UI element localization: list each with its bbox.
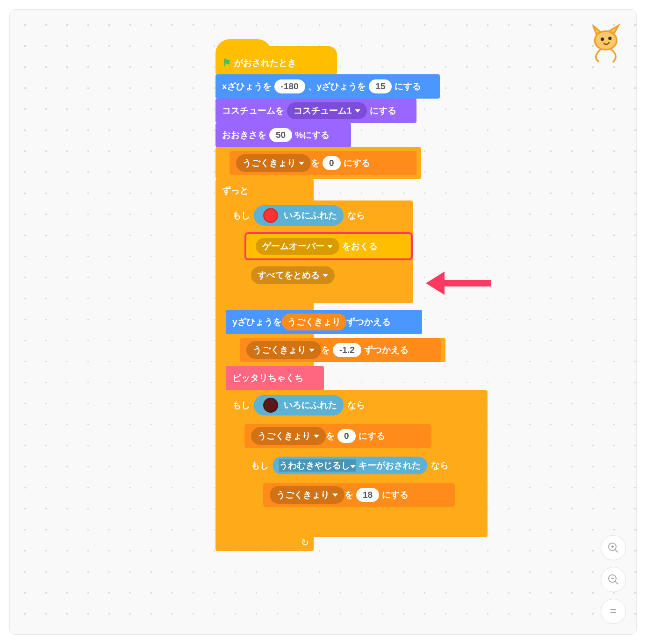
color-picker-red[interactable] [263,208,278,223]
change-y-block[interactable]: yざひょうを うごくきょり ずつかえる [226,310,422,334]
change-variable-block[interactable]: うごくきょり を -1.2 ずつかえる [240,338,441,362]
size-input[interactable]: 50 [269,128,292,142]
green-flag-icon: ⚑ [222,57,231,69]
if-block-red[interactable]: もし いろにふれた なら [226,200,413,303]
key-pressed-sensor[interactable]: うわむきやじるし キーがおされた [273,457,427,474]
variable-dropdown[interactable]: うごくきょり [236,154,311,172]
change-var-wrapper: うごくきょり を -1.2 ずつかえる [226,338,445,362]
variable-dropdown[interactable]: うごくきょり [270,486,345,504]
if-block-key[interactable]: もし うわむきやじるし キーがおされた なら [244,452,483,524]
touching-color-sensor[interactable]: いろにふれた [254,205,344,226]
switch-costume-block[interactable]: コスチュームを コスチューム1 にする [215,99,416,123]
svg-line-10 [615,581,618,584]
svg-line-6 [615,550,618,552]
svg-point-2 [608,36,611,40]
zoom-out-button[interactable] [601,567,626,592]
y-input[interactable]: 15 [369,79,392,93]
costume-dropdown[interactable]: コスチューム1 [287,102,367,119]
variable-reporter[interactable]: うごくきょり [282,314,346,330]
change-value-input[interactable]: -1.2 [333,343,361,357]
script-canvas[interactable]: ⚑ がおされたとき xざひょうを -180 、yざひょうを 15 にする コスチ… [9,9,637,635]
scratch-cat-watermark [584,21,626,64]
touching-color-sensor-2[interactable]: いろにふれた [254,395,344,415]
svg-point-1 [601,37,604,41]
equals-icon: = [610,605,617,618]
zoom-in-icon [607,542,619,554]
hat-label: がおされたとき [234,57,296,69]
stop-dropdown[interactable]: すべてをとめる [251,266,335,284]
custom-block[interactable]: ピッタリちゃくち [226,366,324,390]
zoom-in-button[interactable] [601,535,626,560]
highlighted-block-frame: ゲームオーバー をおくる [244,232,413,260]
key-dropdown[interactable]: うわむきやじるし [279,459,356,472]
block-stack[interactable]: ⚑ がおされたとき xざひょうを -180 、yざひょうを 15 にする コスチ… [215,46,440,551]
set-variable-block-2[interactable]: うごくきょり を 0 にする [244,424,431,448]
svg-marker-4 [426,272,445,295]
loop-arrow-icon: ↻ [301,537,309,548]
variable-dropdown[interactable]: うごくきょり [246,341,321,359]
set-variable-block-3[interactable]: うごくきょり を 18 にする [263,483,455,507]
broadcast-block[interactable]: ゲームオーバー をおくる [246,234,410,258]
when-flag-clicked-block[interactable]: ⚑ がおされたとき [215,46,337,74]
forever-block[interactable]: ずっと もし いろにふれた なら [215,179,314,551]
goto-xy-block[interactable]: xざひょうを -180 、yざひょうを 15 にする [215,74,440,99]
annotation-arrow [426,265,496,302]
x-input[interactable]: -180 [274,79,305,93]
stop-block[interactable]: すべてをとめる [244,263,366,287]
set-variable-block-1[interactable]: うごくきょり を 0 にする [230,151,416,175]
set-size-block[interactable]: おおきさを 50 %にする [215,123,351,147]
if-block-ground[interactable]: もし いろにふれた なら [226,390,488,537]
message-dropdown[interactable]: ゲームオーバー [256,238,339,255]
var-value-input[interactable]: 0 [323,156,341,170]
zoom-reset-button[interactable]: = [601,599,626,624]
set-variable-wrapper: うごくきょり を 0 にする [215,147,421,179]
variable-dropdown[interactable]: うごくきょり [251,427,326,445]
color-picker-dark[interactable] [263,398,278,413]
zoom-out-icon [607,573,619,586]
zoom-controls: = [601,535,626,624]
